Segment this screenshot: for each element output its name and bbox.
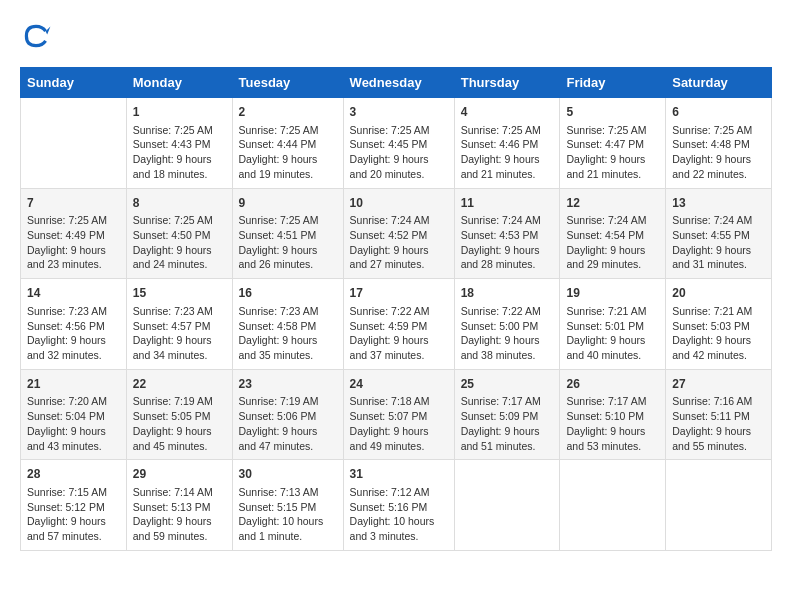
day-number: 25 (461, 376, 554, 393)
day-number: 13 (672, 195, 765, 212)
calendar-cell: 17Sunrise: 7:22 AM Sunset: 4:59 PM Dayli… (343, 279, 454, 370)
cell-content: Sunrise: 7:23 AM Sunset: 4:56 PM Dayligh… (27, 304, 120, 363)
cell-content: Sunrise: 7:24 AM Sunset: 4:53 PM Dayligh… (461, 213, 554, 272)
weekday-header: Friday (560, 68, 666, 98)
calendar-cell: 1Sunrise: 7:25 AM Sunset: 4:43 PM Daylig… (126, 98, 232, 189)
logo-icon (20, 20, 52, 52)
calendar-week-row: 28Sunrise: 7:15 AM Sunset: 5:12 PM Dayli… (21, 460, 772, 551)
calendar-cell: 7Sunrise: 7:25 AM Sunset: 4:49 PM Daylig… (21, 188, 127, 279)
calendar-cell: 14Sunrise: 7:23 AM Sunset: 4:56 PM Dayli… (21, 279, 127, 370)
calendar-cell: 3Sunrise: 7:25 AM Sunset: 4:45 PM Daylig… (343, 98, 454, 189)
cell-content: Sunrise: 7:25 AM Sunset: 4:47 PM Dayligh… (566, 123, 659, 182)
day-number: 7 (27, 195, 120, 212)
cell-content: Sunrise: 7:22 AM Sunset: 4:59 PM Dayligh… (350, 304, 448, 363)
cell-content: Sunrise: 7:24 AM Sunset: 4:54 PM Dayligh… (566, 213, 659, 272)
weekday-header: Saturday (666, 68, 772, 98)
calendar-cell: 31Sunrise: 7:12 AM Sunset: 5:16 PM Dayli… (343, 460, 454, 551)
cell-content: Sunrise: 7:13 AM Sunset: 5:15 PM Dayligh… (239, 485, 337, 544)
day-number: 23 (239, 376, 337, 393)
calendar-cell: 22Sunrise: 7:19 AM Sunset: 5:05 PM Dayli… (126, 369, 232, 460)
day-number: 5 (566, 104, 659, 121)
logo (20, 20, 56, 52)
day-number: 28 (27, 466, 120, 483)
calendar-cell: 8Sunrise: 7:25 AM Sunset: 4:50 PM Daylig… (126, 188, 232, 279)
cell-content: Sunrise: 7:22 AM Sunset: 5:00 PM Dayligh… (461, 304, 554, 363)
calendar-cell: 26Sunrise: 7:17 AM Sunset: 5:10 PM Dayli… (560, 369, 666, 460)
weekday-header: Thursday (454, 68, 560, 98)
cell-content: Sunrise: 7:17 AM Sunset: 5:10 PM Dayligh… (566, 394, 659, 453)
calendar-cell: 15Sunrise: 7:23 AM Sunset: 4:57 PM Dayli… (126, 279, 232, 370)
calendar-cell: 21Sunrise: 7:20 AM Sunset: 5:04 PM Dayli… (21, 369, 127, 460)
calendar-cell: 24Sunrise: 7:18 AM Sunset: 5:07 PM Dayli… (343, 369, 454, 460)
cell-content: Sunrise: 7:25 AM Sunset: 4:43 PM Dayligh… (133, 123, 226, 182)
day-number: 20 (672, 285, 765, 302)
day-number: 1 (133, 104, 226, 121)
day-number: 3 (350, 104, 448, 121)
calendar-week-row: 21Sunrise: 7:20 AM Sunset: 5:04 PM Dayli… (21, 369, 772, 460)
calendar-cell: 18Sunrise: 7:22 AM Sunset: 5:00 PM Dayli… (454, 279, 560, 370)
calendar-cell: 10Sunrise: 7:24 AM Sunset: 4:52 PM Dayli… (343, 188, 454, 279)
day-number: 22 (133, 376, 226, 393)
day-number: 19 (566, 285, 659, 302)
calendar-cell: 19Sunrise: 7:21 AM Sunset: 5:01 PM Dayli… (560, 279, 666, 370)
cell-content: Sunrise: 7:19 AM Sunset: 5:05 PM Dayligh… (133, 394, 226, 453)
cell-content: Sunrise: 7:19 AM Sunset: 5:06 PM Dayligh… (239, 394, 337, 453)
cell-content: Sunrise: 7:25 AM Sunset: 4:50 PM Dayligh… (133, 213, 226, 272)
day-number: 27 (672, 376, 765, 393)
calendar-cell: 2Sunrise: 7:25 AM Sunset: 4:44 PM Daylig… (232, 98, 343, 189)
header-row: SundayMondayTuesdayWednesdayThursdayFrid… (21, 68, 772, 98)
calendar-cell: 11Sunrise: 7:24 AM Sunset: 4:53 PM Dayli… (454, 188, 560, 279)
calendar-cell: 25Sunrise: 7:17 AM Sunset: 5:09 PM Dayli… (454, 369, 560, 460)
day-number: 26 (566, 376, 659, 393)
calendar-week-row: 1Sunrise: 7:25 AM Sunset: 4:43 PM Daylig… (21, 98, 772, 189)
cell-content: Sunrise: 7:12 AM Sunset: 5:16 PM Dayligh… (350, 485, 448, 544)
calendar-cell: 5Sunrise: 7:25 AM Sunset: 4:47 PM Daylig… (560, 98, 666, 189)
day-number: 14 (27, 285, 120, 302)
calendar-cell (21, 98, 127, 189)
calendar-cell: 30Sunrise: 7:13 AM Sunset: 5:15 PM Dayli… (232, 460, 343, 551)
cell-content: Sunrise: 7:16 AM Sunset: 5:11 PM Dayligh… (672, 394, 765, 453)
day-number: 24 (350, 376, 448, 393)
cell-content: Sunrise: 7:24 AM Sunset: 4:55 PM Dayligh… (672, 213, 765, 272)
calendar-table: SundayMondayTuesdayWednesdayThursdayFrid… (20, 67, 772, 551)
calendar-cell: 29Sunrise: 7:14 AM Sunset: 5:13 PM Dayli… (126, 460, 232, 551)
calendar-cell: 12Sunrise: 7:24 AM Sunset: 4:54 PM Dayli… (560, 188, 666, 279)
day-number: 8 (133, 195, 226, 212)
day-number: 6 (672, 104, 765, 121)
calendar-week-row: 14Sunrise: 7:23 AM Sunset: 4:56 PM Dayli… (21, 279, 772, 370)
cell-content: Sunrise: 7:25 AM Sunset: 4:49 PM Dayligh… (27, 213, 120, 272)
calendar-cell: 27Sunrise: 7:16 AM Sunset: 5:11 PM Dayli… (666, 369, 772, 460)
cell-content: Sunrise: 7:17 AM Sunset: 5:09 PM Dayligh… (461, 394, 554, 453)
day-number: 10 (350, 195, 448, 212)
day-number: 12 (566, 195, 659, 212)
cell-content: Sunrise: 7:20 AM Sunset: 5:04 PM Dayligh… (27, 394, 120, 453)
cell-content: Sunrise: 7:25 AM Sunset: 4:44 PM Dayligh… (239, 123, 337, 182)
calendar-cell: 6Sunrise: 7:25 AM Sunset: 4:48 PM Daylig… (666, 98, 772, 189)
calendar-cell: 20Sunrise: 7:21 AM Sunset: 5:03 PM Dayli… (666, 279, 772, 370)
day-number: 4 (461, 104, 554, 121)
day-number: 18 (461, 285, 554, 302)
cell-content: Sunrise: 7:21 AM Sunset: 5:03 PM Dayligh… (672, 304, 765, 363)
cell-content: Sunrise: 7:24 AM Sunset: 4:52 PM Dayligh… (350, 213, 448, 272)
cell-content: Sunrise: 7:21 AM Sunset: 5:01 PM Dayligh… (566, 304, 659, 363)
calendar-cell (560, 460, 666, 551)
calendar-cell: 16Sunrise: 7:23 AM Sunset: 4:58 PM Dayli… (232, 279, 343, 370)
day-number: 16 (239, 285, 337, 302)
cell-content: Sunrise: 7:15 AM Sunset: 5:12 PM Dayligh… (27, 485, 120, 544)
day-number: 9 (239, 195, 337, 212)
calendar-cell: 13Sunrise: 7:24 AM Sunset: 4:55 PM Dayli… (666, 188, 772, 279)
day-number: 30 (239, 466, 337, 483)
calendar-cell: 4Sunrise: 7:25 AM Sunset: 4:46 PM Daylig… (454, 98, 560, 189)
calendar-week-row: 7Sunrise: 7:25 AM Sunset: 4:49 PM Daylig… (21, 188, 772, 279)
weekday-header: Monday (126, 68, 232, 98)
day-number: 2 (239, 104, 337, 121)
day-number: 29 (133, 466, 226, 483)
cell-content: Sunrise: 7:25 AM Sunset: 4:45 PM Dayligh… (350, 123, 448, 182)
cell-content: Sunrise: 7:23 AM Sunset: 4:57 PM Dayligh… (133, 304, 226, 363)
calendar-cell: 9Sunrise: 7:25 AM Sunset: 4:51 PM Daylig… (232, 188, 343, 279)
cell-content: Sunrise: 7:25 AM Sunset: 4:51 PM Dayligh… (239, 213, 337, 272)
day-number: 17 (350, 285, 448, 302)
day-number: 11 (461, 195, 554, 212)
cell-content: Sunrise: 7:23 AM Sunset: 4:58 PM Dayligh… (239, 304, 337, 363)
cell-content: Sunrise: 7:25 AM Sunset: 4:46 PM Dayligh… (461, 123, 554, 182)
